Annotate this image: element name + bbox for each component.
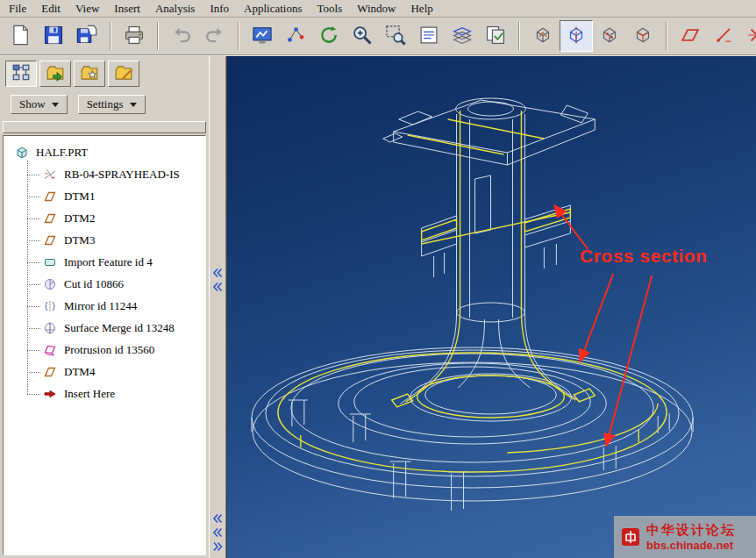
- view-manager-button[interactable]: [479, 20, 512, 52]
- tab-favorites[interactable]: [74, 61, 105, 87]
- undo-button[interactable]: [165, 20, 198, 52]
- menu-help[interactable]: Help: [410, 2, 432, 16]
- navigator-panel: Show Settings HALF.PRTRB-04-SPRAYHEAD-IS…: [0, 56, 209, 558]
- new-file-icon: [9, 24, 32, 49]
- datum-plane-icon: [42, 232, 58, 248]
- tree-item-label: Insert Here: [64, 387, 115, 401]
- settings-dropdown[interactable]: Settings: [78, 95, 146, 114]
- tree-item[interactable]: DTM3: [4, 229, 205, 251]
- tree-item-label: DTM2: [64, 211, 95, 225]
- menu-applications[interactable]: Applications: [244, 2, 302, 16]
- tree-item[interactable]: Surface Merge id 13248: [4, 317, 205, 339]
- tab-connections-icon: [114, 63, 133, 85]
- tab-model-tree[interactable]: [5, 61, 37, 87]
- refit-icon: [384, 24, 407, 49]
- 3d-model-wireframe[interactable]: [227, 56, 756, 558]
- chevron-down-icon: [130, 103, 137, 107]
- point-tags-button[interactable]: [740, 20, 756, 52]
- repaint-icon: [251, 24, 274, 49]
- collapse-left-icon[interactable]: [211, 526, 224, 539]
- axis-tags-button[interactable]: [707, 20, 740, 52]
- tab-folder-browser-icon: [46, 63, 65, 85]
- collapse-left-icon[interactable]: [211, 281, 224, 293]
- part-icon: [14, 145, 30, 161]
- zoom-in-icon: [351, 24, 374, 49]
- coordinate-systems-icon: [631, 24, 654, 49]
- datum-axes-button[interactable]: [560, 20, 593, 52]
- tree-item[interactable]: Protrusion id 13560: [4, 339, 205, 361]
- plane-tags-button[interactable]: [674, 20, 707, 52]
- protrusion-icon: [42, 342, 58, 358]
- axis-tags-icon: [712, 24, 735, 49]
- refit-button[interactable]: [379, 20, 412, 52]
- zoom-in-button[interactable]: [346, 20, 379, 52]
- tree-item[interactable]: Mirror id 11244: [4, 295, 205, 317]
- menu-analysis[interactable]: Analysis: [155, 2, 196, 16]
- graphics-viewport[interactable]: Cross section 中华设计论坛 bbs.chinade.net: [226, 56, 756, 558]
- toolbar: [0, 18, 756, 56]
- coordinate-systems-button[interactable]: [626, 20, 660, 52]
- menu-info[interactable]: Info: [210, 2, 229, 16]
- datum-planes-button[interactable]: [526, 20, 560, 52]
- tree-item-label: RB-04-SPRAYHEAD-IS: [64, 168, 180, 182]
- repaint-button[interactable]: [246, 20, 279, 52]
- menu-window[interactable]: Window: [357, 2, 396, 16]
- menu-insert[interactable]: Insert: [114, 2, 140, 16]
- menu-edit[interactable]: Edit: [41, 2, 61, 16]
- datum-planes-icon: [531, 24, 554, 49]
- toolbar-separator: [157, 22, 159, 50]
- tree-item[interactable]: DTM4: [4, 361, 205, 383]
- toolbar-separator: [666, 22, 667, 50]
- tree-item[interactable]: Insert Here: [4, 383, 205, 404]
- spin-center-button[interactable]: [312, 20, 346, 52]
- menu-view[interactable]: View: [75, 2, 99, 16]
- save-icon: [42, 24, 65, 49]
- watermark-title: 中华设计论坛: [646, 522, 736, 539]
- tab-connections[interactable]: [108, 61, 139, 87]
- print-button[interactable]: [118, 20, 151, 52]
- save-a-copy-button[interactable]: [70, 20, 103, 52]
- point-tags-icon: [745, 24, 756, 49]
- collapse-left-icon[interactable]: [211, 267, 224, 279]
- save-button[interactable]: [37, 20, 70, 52]
- datum-plane-icon: [42, 189, 58, 204]
- layers-button[interactable]: [446, 20, 479, 52]
- annotation-arrows: [554, 205, 652, 446]
- cross-section-curves: [278, 111, 667, 472]
- new-file-button[interactable]: [4, 20, 37, 52]
- toolbar-separator: [110, 22, 111, 50]
- tree-item-label: DTM1: [64, 190, 95, 204]
- panel-splitter[interactable]: [209, 56, 226, 558]
- tree-item-label: Cut id 10866: [64, 277, 124, 291]
- point-symbols-button[interactable]: [593, 20, 626, 52]
- redo-button[interactable]: [198, 20, 232, 52]
- expand-right-icon[interactable]: [211, 540, 224, 553]
- tree-item[interactable]: DTM2: [4, 207, 205, 229]
- tree-item[interactable]: Import Feature id 4: [4, 251, 205, 273]
- tree-item-label: Mirror id 11244: [64, 299, 137, 313]
- tree-item-label: HALF.PRT: [36, 146, 88, 160]
- tab-folder-browser[interactable]: [39, 61, 71, 87]
- spin-center-icon: [317, 24, 340, 49]
- sketch-icon: [42, 167, 58, 182]
- menu-file[interactable]: File: [9, 2, 26, 16]
- chevron-down-icon: [52, 103, 59, 107]
- tree-item-label: Import Feature id 4: [64, 255, 153, 269]
- datum-point-button[interactable]: [279, 20, 312, 52]
- watermark: 中华设计论坛 bbs.chinade.net: [614, 516, 756, 558]
- saved-views-button[interactable]: [412, 20, 446, 52]
- tree-item-label: Protrusion id 13560: [64, 343, 154, 357]
- tree-item-label: DTM4: [64, 365, 95, 379]
- tree-item[interactable]: Cut id 10866: [4, 273, 205, 295]
- undo-icon: [170, 24, 193, 49]
- save-a-copy-icon: [75, 24, 98, 49]
- model-tree: HALF.PRTRB-04-SPRAYHEAD-ISDTM1DTM2DTM3Im…: [3, 135, 206, 555]
- tab-model-tree-icon: [11, 63, 31, 85]
- tree-item-root[interactable]: HALF.PRT: [4, 141, 205, 163]
- tree-item[interactable]: RB-04-SPRAYHEAD-IS: [4, 163, 205, 185]
- menu-tools[interactable]: Tools: [317, 2, 343, 16]
- show-dropdown[interactable]: Show: [11, 95, 68, 114]
- collapse-left-icon[interactable]: [211, 512, 224, 525]
- tree-item[interactable]: DTM1: [4, 185, 205, 207]
- print-icon: [123, 24, 146, 49]
